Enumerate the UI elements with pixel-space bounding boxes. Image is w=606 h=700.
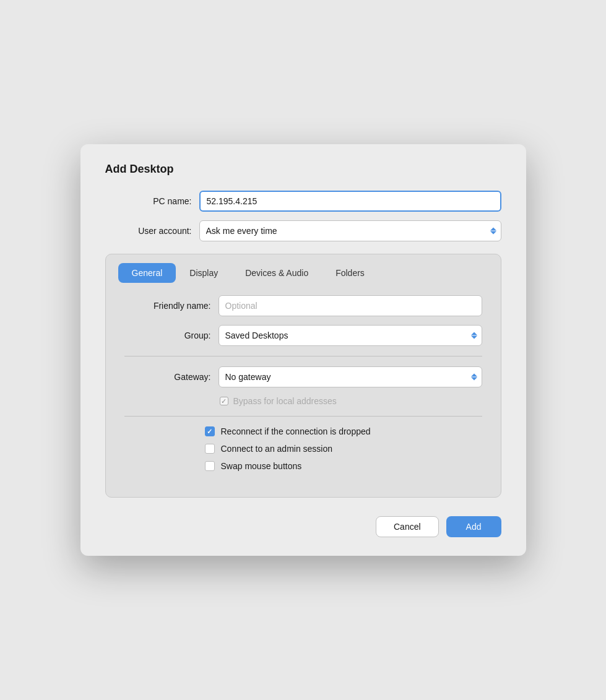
gateway-select[interactable]: No gateway bbox=[219, 366, 482, 387]
friendly-name-row: Friendly name: bbox=[124, 295, 482, 316]
add-button[interactable]: Add bbox=[446, 516, 501, 537]
bypass-row: ✓ Bypass for local addresses bbox=[220, 396, 482, 406]
admin-session-row: Connect to an admin session bbox=[205, 444, 482, 454]
admin-session-label: Connect to an admin session bbox=[221, 444, 333, 454]
cancel-button[interactable]: Cancel bbox=[376, 516, 439, 537]
tabs-header: General Display Devices & Audio Folders bbox=[106, 254, 501, 283]
tab-folders[interactable]: Folders bbox=[322, 263, 378, 283]
reconnect-row: Reconnect if the connection is dropped bbox=[205, 426, 482, 436]
divider-2 bbox=[124, 416, 482, 417]
group-select[interactable]: Saved Desktops bbox=[219, 325, 482, 346]
pc-name-label: PC name: bbox=[105, 196, 192, 206]
gateway-select-wrapper: No gateway bbox=[219, 366, 482, 387]
add-desktop-dialog: Add Desktop PC name: User account: Ask m… bbox=[80, 144, 526, 556]
swap-mouse-label: Swap mouse buttons bbox=[221, 461, 302, 471]
user-account-label: User account: bbox=[105, 226, 192, 236]
dialog-title: Add Desktop bbox=[105, 163, 501, 176]
group-select-wrapper: Saved Desktops bbox=[219, 325, 482, 346]
pc-name-input[interactable] bbox=[199, 191, 501, 212]
admin-session-checkbox[interactable] bbox=[205, 444, 215, 454]
user-account-select-wrapper: Ask me every time Add User Account... bbox=[199, 220, 501, 241]
bypass-checkbox[interactable]: ✓ bbox=[220, 397, 228, 405]
pc-name-row: PC name: bbox=[105, 191, 501, 212]
swap-mouse-checkbox[interactable] bbox=[205, 461, 215, 471]
group-row: Group: Saved Desktops bbox=[124, 325, 482, 346]
gateway-section: Gateway: No gateway ✓ Bypass for l bbox=[124, 366, 482, 406]
user-account-select[interactable]: Ask me every time Add User Account... bbox=[199, 220, 501, 241]
gateway-row: Gateway: No gateway bbox=[124, 366, 482, 387]
friendly-name-input[interactable] bbox=[219, 295, 482, 316]
swap-mouse-row: Swap mouse buttons bbox=[205, 461, 482, 471]
reconnect-checkbox[interactable] bbox=[205, 426, 215, 436]
friendly-name-label: Friendly name: bbox=[124, 301, 211, 311]
dialog-footer: Cancel Add bbox=[105, 516, 501, 537]
reconnect-label: Reconnect if the connection is dropped bbox=[221, 426, 371, 436]
checkboxes-section: Reconnect if the connection is dropped C… bbox=[124, 426, 482, 471]
bypass-label: Bypass for local addresses bbox=[233, 396, 337, 406]
tab-devices-audio[interactable]: Devices & Audio bbox=[232, 263, 322, 283]
divider-1 bbox=[124, 356, 482, 356]
gateway-label: Gateway: bbox=[124, 372, 211, 382]
general-tab-content: Friendly name: Group: Saved Desktops bbox=[106, 283, 501, 497]
tab-display[interactable]: Display bbox=[176, 263, 232, 283]
tabs-panel: General Display Devices & Audio Folders … bbox=[105, 254, 501, 498]
tab-general[interactable]: General bbox=[118, 263, 176, 283]
user-account-row: User account: Ask me every time Add User… bbox=[105, 220, 501, 241]
group-label: Group: bbox=[124, 331, 211, 340]
